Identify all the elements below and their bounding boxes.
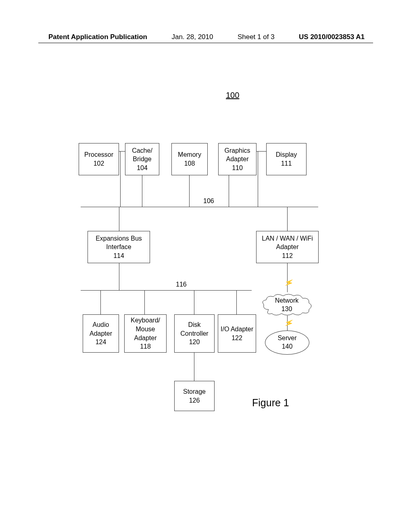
block-ref: 114 — [113, 251, 124, 260]
connector — [194, 353, 194, 381]
block-ref: 124 — [96, 338, 106, 347]
publication-number: US 2010/0023853 A1 — [299, 33, 365, 41]
connector — [287, 207, 288, 231]
block-audio-adapter: Audio Adapter 124 — [83, 314, 119, 353]
block-ref: 122 — [232, 334, 242, 343]
block-ref: 104 — [137, 164, 148, 172]
connector — [236, 290, 237, 314]
block-ref: 108 — [184, 159, 195, 168]
block-label: Cache/ Bridge — [132, 146, 152, 164]
block-label: LAN / WAN / WiFi Adapter — [262, 234, 313, 251]
publication-date: Jan. 28, 2010 — [171, 33, 213, 41]
block-label: Disk Controller — [180, 320, 208, 338]
block-lan-wan-wifi-adapter: LAN / WAN / WiFi Adapter 112 — [256, 231, 319, 263]
header-rule — [38, 43, 373, 43]
connector — [194, 290, 194, 314]
wireless-link-icon: ⚡ — [283, 317, 294, 328]
block-ref: 130 — [282, 305, 292, 312]
block-label: Graphics Adapter — [224, 146, 250, 164]
block-processor: Processor 102 — [79, 143, 119, 175]
block-graphics-adapter: Graphics Adapter 110 — [218, 143, 257, 175]
connector — [189, 175, 190, 207]
page-header: Patent Application Publication Jan. 28, … — [0, 33, 413, 41]
block-ref: 140 — [282, 343, 293, 351]
block-cache-bridge: Cache/ Bridge 104 — [125, 143, 159, 175]
block-disk-controller: Disk Controller 120 — [174, 314, 215, 353]
block-server: Server 140 — [265, 330, 309, 355]
block-label: Audio Adapter — [90, 320, 112, 338]
block-label: Expansions Bus Interface — [96, 234, 142, 251]
block-label: Server — [277, 334, 296, 343]
block-ref: 112 — [282, 251, 293, 260]
bus-106-line — [81, 207, 318, 207]
block-label: I/O Adapter — [221, 325, 253, 334]
block-label: Storage — [183, 387, 206, 396]
connector — [119, 263, 119, 290]
system-reference-label: 100 — [226, 91, 239, 100]
block-ref: 118 — [140, 342, 151, 351]
block-label: Keyboard/ Mouse Adapter — [131, 316, 160, 342]
connector — [229, 175, 229, 207]
connector — [258, 151, 258, 207]
block-ref: 111 — [281, 159, 292, 168]
cloud-network: Network 130 — [261, 293, 313, 316]
connector — [119, 207, 119, 231]
bus-116-label: 116 — [174, 281, 188, 288]
block-keyboard-mouse-adapter: Keyboard/ Mouse Adapter 118 — [124, 314, 167, 353]
block-ref: 126 — [189, 396, 200, 405]
block-display: Display 111 — [266, 143, 307, 175]
wireless-link-icon: ⚡ — [283, 277, 294, 288]
block-expansion-bus-interface: Expansions Bus Interface 114 — [88, 231, 150, 263]
block-label: Display — [276, 150, 297, 159]
connector — [142, 175, 142, 207]
bus-116-line — [81, 290, 252, 291]
block-ref: 102 — [94, 159, 104, 168]
block-ref: 120 — [189, 338, 200, 347]
connector — [120, 151, 121, 207]
block-ref: 110 — [232, 164, 243, 172]
bus-106-label: 106 — [202, 197, 216, 205]
sheet-indicator: Sheet 1 of 3 — [238, 33, 275, 41]
block-memory: Memory 108 — [171, 143, 208, 175]
figure-label: Figure 1 — [252, 397, 289, 409]
block-label: Memory — [178, 150, 201, 159]
block-label: Network — [275, 297, 299, 304]
block-label: Processor — [84, 150, 113, 159]
block-storage: Storage 126 — [174, 381, 215, 411]
block-io-adapter: I/O Adapter 122 — [218, 314, 256, 353]
publication-label: Patent Application Publication — [48, 33, 147, 41]
connector — [144, 290, 145, 314]
connector — [100, 290, 101, 314]
